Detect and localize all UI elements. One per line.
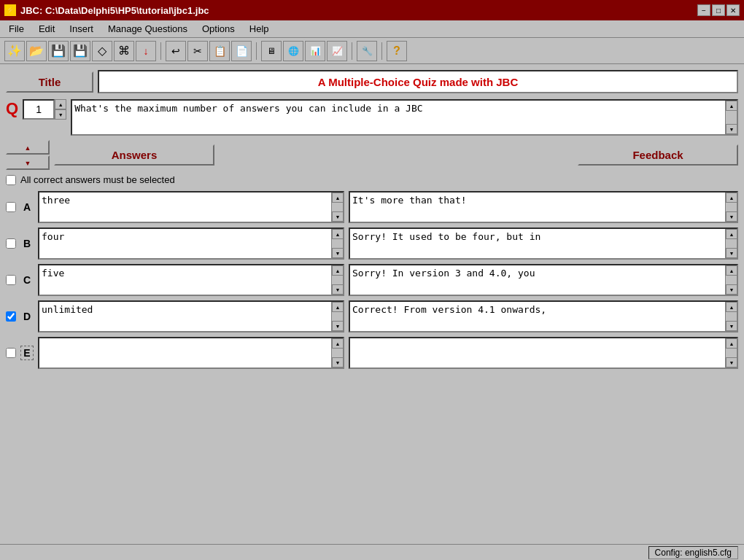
answer-a-scroll-up[interactable]: ▲ [332, 192, 344, 203]
question-up-btn[interactable] [55, 99, 66, 109]
answer-scrollbar-b: ▲ ▼ [331, 229, 343, 258]
toolbar-save-btn[interactable]: 💾 [48, 41, 69, 61]
toolbar-new-btn[interactable]: ✨ [4, 41, 25, 61]
answer-checkbox-e[interactable] [6, 348, 16, 358]
toolbar-sep-2 [256, 42, 257, 60]
toolbar-cut-btn[interactable]: ✂ [187, 41, 208, 61]
close-button[interactable]: ✕ [726, 4, 740, 16]
question-spinner [55, 99, 66, 120]
menu-insert[interactable]: Insert [63, 22, 99, 36]
feedback-b-scroll-up[interactable]: ▲ [726, 229, 737, 239]
answer-textarea-d[interactable]: unlimited [39, 302, 331, 331]
minimize-button[interactable]: − [697, 4, 710, 16]
feedback-scrollbar-c: ▲ ▼ [725, 265, 737, 295]
all-correct-checkbox[interactable] [6, 175, 16, 185]
feedback-e-scroll-dn[interactable]: ▼ [726, 357, 737, 368]
title-label-button[interactable]: Title [6, 71, 93, 93]
toolbar-help-btn[interactable]: ? [387, 41, 407, 61]
feedback-textarea-e[interactable] [350, 338, 725, 368]
menu-manage-questions[interactable]: Manage Questions [102, 22, 193, 36]
toolbar-browser-btn[interactable]: 🌐 [283, 41, 303, 61]
question-textarea[interactable]: What's the maximum number of answers you… [72, 101, 725, 134]
feedback-b-scroll-dn[interactable]: ▼ [726, 248, 737, 258]
toolbar-undo-btn[interactable]: ↩ [166, 41, 186, 61]
feedback-scrollbar-b: ▲ ▼ [725, 229, 737, 258]
title-input[interactable] [98, 70, 738, 93]
answer-checkbox-d[interactable] [6, 311, 16, 322]
answer-row-d: D unlimited ▲ ▼ Correct! From version 4.… [6, 300, 738, 332]
toolbar-save-as-btn[interactable]: 💾 [70, 41, 90, 61]
answer-d-scroll-dn[interactable]: ▼ [332, 321, 344, 331]
answer-e-scroll-up[interactable]: ▲ [332, 338, 344, 349]
status-bar: Config: english5.cfg [0, 544, 744, 560]
toolbar-chart-btn[interactable]: 📈 [327, 41, 347, 61]
feedback-c-scroll-up[interactable]: ▲ [726, 265, 737, 276]
menu-file[interactable]: File [3, 22, 30, 36]
feedback-textarea-d[interactable]: Correct! From version 4.1 onwards, [350, 302, 725, 331]
feedback-c-scroll-dn[interactable]: ▼ [726, 284, 737, 295]
question-row: Q What's the maximum number of answers y… [6, 99, 738, 136]
menu-help[interactable]: Help [244, 22, 275, 36]
title-bar-controls: − □ ✕ [697, 4, 740, 16]
feedback-a-scroll-up[interactable]: ▲ [726, 192, 737, 203]
answer-row-c: C five ▲ ▼ Sorry! In version 3 and 4.0, … [6, 264, 738, 296]
feedback-text-c: Sorry! In version 3 and 4.0, you ▲ ▼ [349, 264, 738, 296]
answer-textarea-b[interactable]: four [39, 229, 331, 258]
menu-edit[interactable]: Edit [33, 22, 61, 36]
toolbar-paste-btn[interactable]: 📄 [231, 41, 252, 61]
feedback-a-scroll-dn[interactable]: ▼ [726, 211, 737, 222]
answer-textarea-c[interactable]: five [39, 265, 331, 295]
answer-label-e: E [20, 346, 34, 360]
answer-a-scroll-dn[interactable]: ▼ [332, 211, 344, 222]
answer-label-d: D [20, 311, 34, 322]
toolbar-export-btn[interactable]: 📊 [305, 41, 325, 61]
answer-text-d: unlimited ▲ ▼ [38, 300, 344, 332]
question-label: Q [6, 99, 18, 117]
toolbar-copy-btn[interactable]: 📋 [209, 41, 230, 61]
answers-tab-button[interactable]: Answers [54, 144, 214, 166]
answer-checkbox-c[interactable] [6, 275, 16, 285]
feedback-e-scroll-up[interactable]: ▲ [726, 338, 737, 349]
move-up-btn[interactable] [6, 140, 50, 155]
feedback-textarea-b[interactable]: Sorry! It used to be four, but in [350, 229, 725, 258]
toolbar-down-btn[interactable]: ↓ [136, 41, 156, 61]
toolbar-settings-btn[interactable]: 🔧 [357, 41, 377, 61]
feedback-d-scroll-up[interactable]: ▲ [726, 302, 737, 312]
feedback-d-scroll-dn[interactable]: ▼ [726, 321, 737, 331]
feedback-tab-button[interactable]: Feedback [578, 144, 738, 166]
answer-textarea-a[interactable]: three [39, 192, 331, 222]
toolbar-grid-btn[interactable]: ⌘ [114, 41, 134, 61]
answer-c-scroll-dn[interactable]: ▼ [332, 284, 344, 295]
toolbar-open-btn[interactable]: 📂 [26, 41, 47, 61]
feedback-scrollbar-a: ▲ ▼ [725, 192, 737, 222]
toolbar-sep-4 [381, 42, 382, 60]
answer-b-scroll-dn[interactable]: ▼ [332, 248, 344, 258]
title-row: Title [6, 70, 738, 93]
answer-rows: A three ▲ ▼ It's more than that! ▲ ▼ B [6, 191, 738, 369]
menu-options[interactable]: Options [196, 22, 241, 36]
question-scroll-dn[interactable]: ▼ [726, 124, 737, 134]
feedback-textarea-a[interactable]: It's more than that! [350, 192, 725, 222]
answer-textarea-e[interactable] [39, 338, 331, 368]
answer-checkbox-b[interactable] [6, 238, 16, 249]
answer-text-c: five ▲ ▼ [38, 264, 344, 296]
move-down-btn[interactable] [6, 155, 50, 170]
maximize-button[interactable]: □ [712, 4, 725, 16]
all-correct-row: All correct answers must be selected [6, 174, 738, 185]
answer-c-scroll-up[interactable]: ▲ [332, 265, 344, 276]
feedback-text-d: Correct! From version 4.1 onwards, ▲ ▼ [349, 300, 738, 332]
answer-d-scroll-up[interactable]: ▲ [332, 302, 344, 312]
question-number-input[interactable] [23, 99, 55, 120]
question-scroll-up[interactable]: ▲ [726, 101, 737, 111]
answer-e-scroll-dn[interactable]: ▼ [332, 357, 344, 368]
answer-row-e: E ▲ ▼ ▲ ▼ [6, 337, 738, 369]
answer-checkbox-a[interactable] [6, 202, 16, 212]
question-number-group [23, 99, 66, 120]
toolbar-preview-btn[interactable]: 🖥 [261, 41, 282, 61]
answer-text-a: three ▲ ▼ [38, 191, 344, 223]
feedback-textarea-c[interactable]: Sorry! In version 3 and 4.0, you [350, 265, 725, 295]
answer-b-scroll-up[interactable]: ▲ [332, 229, 344, 239]
toolbar-clear-btn[interactable]: ◇ [92, 41, 112, 61]
question-down-btn[interactable] [55, 109, 66, 120]
main-content: Title Q What's the maximum number of ans… [0, 64, 744, 375]
